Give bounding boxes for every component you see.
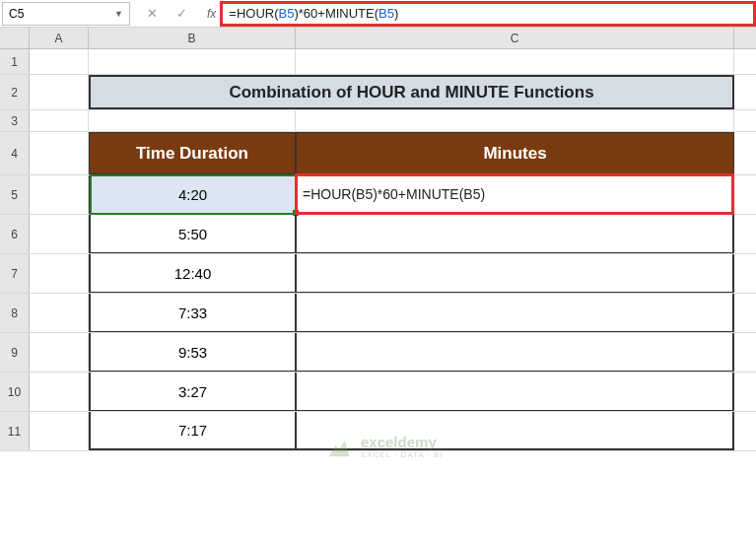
formula-bar: C5 ▼ ✕ ✓ fx =HOUR(B5)*60+MINUTE(B5) [0,0,756,28]
name-box[interactable]: C5 ▼ [2,2,130,26]
cell-value: 5:50 [178,226,207,242]
row-header-11[interactable]: 11 [0,412,30,450]
cell-value: 7:17 [178,422,207,439]
row-header-2[interactable]: 2 [0,75,30,109]
row-header-4[interactable]: 4 [0,132,30,174]
row-8: 8 7:33 [0,294,756,333]
row-11: 11 7:17 [0,412,756,451]
cell-C3[interactable] [296,110,734,131]
formula-text: =HOUR(B5)*60+MINUTE(B5) [229,6,398,21]
name-box-value: C5 [9,7,114,21]
row-2: 2 Combination of HOUR and MINUTE Functio… [0,75,756,110]
row-3: 3 [0,110,756,132]
cell-A1[interactable] [30,49,89,74]
row-9: 9 9:53 [0,333,756,373]
cell-A11[interactable] [30,412,89,450]
cell-B9[interactable]: 9:53 [89,333,296,372]
cell-A3[interactable] [30,110,89,131]
cell-C10[interactable] [296,373,734,411]
cell-C7[interactable] [296,254,734,293]
row-4: 4 Time Duration Minutes [0,132,756,175]
header-time-duration[interactable]: Time Duration [89,132,296,174]
cell-A10[interactable] [30,373,89,411]
watermark-sub: EXCEL · DATA · BI [361,451,444,460]
cell-value: 3:27 [178,383,207,400]
row-header-6[interactable]: 6 [0,215,30,253]
formula-bar-buttons: ✕ ✓ [134,6,199,21]
title-cell[interactable]: Combination of HOUR and MINUTE Functions [89,75,734,109]
row-header-7[interactable]: 7 [0,254,30,293]
cell-C11[interactable] [296,412,734,450]
cell-A8[interactable] [30,294,89,332]
col-header-B[interactable]: B [89,28,296,48]
cell-value: 4:20 [178,186,207,203]
row-header-5[interactable]: 5 [0,175,30,214]
header-minutes[interactable]: Minutes [296,132,734,174]
cell-B11[interactable]: 7:17 [89,412,296,450]
cell-A5[interactable] [30,175,89,214]
row-1: 1 [0,49,756,75]
row-6: 6 5:50 [0,215,756,254]
column-headers: A B C [0,28,756,49]
cell-C6[interactable] [296,215,734,253]
cell-formula-text: =HOUR(B5)*60+MINUTE(B5) [303,186,485,202]
cell-value: 9:53 [178,344,207,361]
row-header-10[interactable]: 10 [0,373,30,411]
formula-seg: =HOUR( [229,6,278,21]
enter-icon[interactable]: ✓ [172,6,191,21]
cell-B3[interactable] [89,110,296,131]
cell-B8[interactable]: 7:33 [89,294,296,332]
cell-C1[interactable] [296,49,734,74]
formula-input[interactable]: =HOUR(B5)*60+MINUTE(B5) [220,1,756,27]
row-5: 5 4:20 =HOUR(B5)*60+MINUTE(B5) [0,175,756,215]
cell-A9[interactable] [30,333,89,372]
select-all-corner[interactable] [0,28,30,48]
cell-A4[interactable] [30,132,89,174]
cancel-icon[interactable]: ✕ [142,6,162,21]
cell-A7[interactable] [30,254,89,293]
grid: 1 2 Combination of HOUR and MINUTE Funct… [0,49,756,451]
row-10: 10 3:27 [0,373,756,412]
formula-ref: B5 [279,6,295,21]
cell-value: 12:40 [174,265,212,282]
col-header-C[interactable]: C [296,28,734,48]
cell-B7[interactable]: 12:40 [89,254,296,293]
cell-C8[interactable] [296,294,734,332]
formula-seg: )*60+MINUTE( [294,6,378,21]
formula-seg: ) [394,6,398,21]
row-header-9[interactable]: 9 [0,333,30,372]
cell-value: 7:33 [178,305,207,321]
fx-label[interactable]: fx [199,7,220,21]
row-7: 7 12:40 [0,254,756,294]
col-header-A[interactable]: A [30,28,89,48]
cell-B5[interactable]: 4:20 [89,175,296,214]
cell-B6[interactable]: 5:50 [89,215,296,253]
cell-A6[interactable] [30,215,89,253]
cell-B10[interactable]: 3:27 [89,373,296,411]
formula-ref: B5 [378,6,394,21]
row-header-1[interactable]: 1 [0,49,30,74]
cell-B1[interactable] [89,49,296,74]
row-header-8[interactable]: 8 [0,294,30,332]
cell-C5[interactable]: =HOUR(B5)*60+MINUTE(B5) [296,175,734,214]
cell-A2[interactable] [30,75,89,109]
row-header-3[interactable]: 3 [0,110,30,131]
chevron-down-icon[interactable]: ▼ [114,9,123,19]
cell-C9[interactable] [296,333,734,372]
